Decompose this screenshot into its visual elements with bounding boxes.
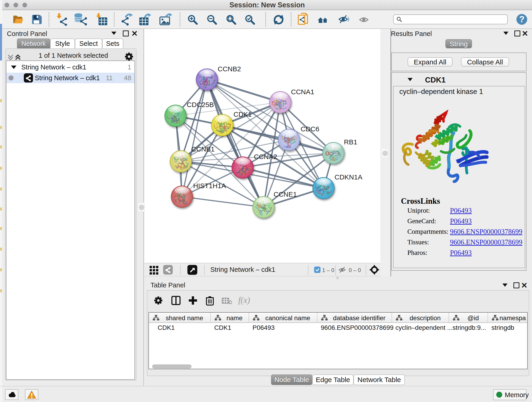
svg-text:CDKN1A: CDKN1A xyxy=(335,173,362,181)
svg-text:CCNA2: CCNA2 xyxy=(254,153,277,160)
svg-text:CCNB1: CCNB1 xyxy=(191,145,215,153)
svg-text:CCNA1: CCNA1 xyxy=(291,88,314,96)
svg-text:RB1: RB1 xyxy=(344,138,357,146)
svg-text:CDK1: CDK1 xyxy=(234,110,252,118)
svg-text:CCNE1: CCNE1 xyxy=(273,191,297,198)
svg-text:CCNB2: CCNB2 xyxy=(218,65,241,73)
svg-text:CDC6: CDC6 xyxy=(301,125,319,133)
svg-text:HIST1H1A: HIST1H1A xyxy=(193,182,226,190)
svg-text:CDC25B: CDC25B xyxy=(187,101,214,108)
